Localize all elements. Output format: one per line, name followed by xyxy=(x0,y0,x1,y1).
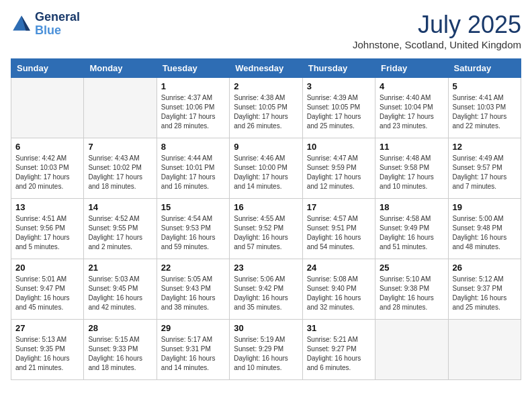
day-info: Sunrise: 5:03 AMSunset: 9:45 PMDaylight:… xyxy=(88,275,152,312)
day-info: Sunrise: 5:05 AMSunset: 9:43 PMDaylight:… xyxy=(161,275,225,312)
calendar-cell: 21Sunrise: 5:03 AMSunset: 9:45 PMDayligh… xyxy=(84,259,157,320)
calendar-cell: 1Sunrise: 4:37 AMSunset: 10:06 PMDayligh… xyxy=(157,78,229,138)
column-header-tuesday: Tuesday xyxy=(157,59,229,78)
calendar-cell: 2Sunrise: 4:38 AMSunset: 10:05 PMDayligh… xyxy=(230,78,302,138)
calendar-cell: 12Sunrise: 4:49 AMSunset: 9:57 PMDayligh… xyxy=(448,138,521,199)
day-number: 28 xyxy=(88,323,152,333)
calendar-cell: 28Sunrise: 5:15 AMSunset: 9:33 PMDayligh… xyxy=(84,320,157,380)
calendar-cell: 19Sunrise: 5:00 AMSunset: 9:48 PMDayligh… xyxy=(448,199,521,259)
calendar-cell: 5Sunrise: 4:41 AMSunset: 10:03 PMDayligh… xyxy=(448,78,521,138)
day-number: 10 xyxy=(307,142,371,152)
day-info: Sunrise: 4:39 AMSunset: 10:05 PMDaylight… xyxy=(307,93,371,131)
day-number: 9 xyxy=(234,142,298,152)
day-info: Sunrise: 4:47 AMSunset: 9:59 PMDaylight:… xyxy=(307,154,371,191)
day-info: Sunrise: 4:48 AMSunset: 9:58 PMDaylight:… xyxy=(380,154,443,191)
location: Johnstone, Scotland, United Kingdom xyxy=(353,39,521,50)
calendar-week-row: 20Sunrise: 5:01 AMSunset: 9:47 PMDayligh… xyxy=(11,259,521,320)
logo-text: General Blue xyxy=(35,11,80,38)
calendar-cell: 18Sunrise: 4:58 AMSunset: 9:49 PMDayligh… xyxy=(375,199,448,259)
day-number: 31 xyxy=(307,323,371,333)
calendar-cell: 11Sunrise: 4:48 AMSunset: 9:58 PMDayligh… xyxy=(375,138,448,199)
day-number: 13 xyxy=(15,202,79,212)
day-info: Sunrise: 5:17 AMSunset: 9:31 PMDaylight:… xyxy=(161,335,225,373)
calendar-cell: 10Sunrise: 4:47 AMSunset: 9:59 PMDayligh… xyxy=(302,138,375,199)
column-header-monday: Monday xyxy=(84,59,157,78)
day-number: 26 xyxy=(453,263,517,273)
day-number: 2 xyxy=(234,81,298,91)
calendar-cell: 7Sunrise: 4:43 AMSunset: 10:02 PMDayligh… xyxy=(84,138,157,199)
day-info: Sunrise: 5:21 AMSunset: 9:27 PMDaylight:… xyxy=(307,335,371,373)
day-info: Sunrise: 5:06 AMSunset: 9:42 PMDaylight:… xyxy=(234,275,298,312)
calendar-cell: 13Sunrise: 4:51 AMSunset: 9:56 PMDayligh… xyxy=(11,199,84,259)
day-number: 14 xyxy=(88,202,152,212)
day-number: 22 xyxy=(161,263,225,273)
day-number: 18 xyxy=(380,202,443,212)
month-year: July 2025 xyxy=(353,11,521,39)
calendar-cell: 29Sunrise: 5:17 AMSunset: 9:31 PMDayligh… xyxy=(157,320,229,380)
day-info: Sunrise: 4:44 AMSunset: 10:01 PMDaylight… xyxy=(161,154,225,191)
calendar-cell: 25Sunrise: 5:10 AMSunset: 9:38 PMDayligh… xyxy=(375,259,448,320)
day-number: 30 xyxy=(234,323,298,333)
day-number: 4 xyxy=(380,81,443,91)
day-info: Sunrise: 5:19 AMSunset: 9:29 PMDaylight:… xyxy=(234,335,298,373)
day-info: Sunrise: 4:51 AMSunset: 9:56 PMDaylight:… xyxy=(15,214,79,252)
calendar-cell: 14Sunrise: 4:52 AMSunset: 9:55 PMDayligh… xyxy=(84,199,157,259)
day-number: 5 xyxy=(453,81,517,91)
calendar-cell: 9Sunrise: 4:46 AMSunset: 10:00 PMDayligh… xyxy=(230,138,302,199)
day-info: Sunrise: 4:38 AMSunset: 10:05 PMDaylight… xyxy=(234,93,298,131)
day-number: 11 xyxy=(380,142,443,152)
calendar-cell: 3Sunrise: 4:39 AMSunset: 10:05 PMDayligh… xyxy=(302,78,375,138)
calendar-cell: 27Sunrise: 5:13 AMSunset: 9:35 PMDayligh… xyxy=(11,320,84,380)
calendar-table: SundayMondayTuesdayWednesdayThursdayFrid… xyxy=(11,58,521,380)
calendar-week-row: 6Sunrise: 4:42 AMSunset: 10:03 PMDayligh… xyxy=(11,138,521,199)
day-number: 20 xyxy=(15,263,79,273)
column-header-sunday: Sunday xyxy=(11,59,84,78)
calendar-cell: 30Sunrise: 5:19 AMSunset: 9:29 PMDayligh… xyxy=(230,320,302,380)
day-info: Sunrise: 4:49 AMSunset: 9:57 PMDaylight:… xyxy=(453,154,517,191)
day-info: Sunrise: 5:13 AMSunset: 9:35 PMDaylight:… xyxy=(15,335,79,373)
calendar-cell xyxy=(11,78,84,138)
day-number: 21 xyxy=(88,263,152,273)
day-info: Sunrise: 4:54 AMSunset: 9:53 PMDaylight:… xyxy=(161,214,225,252)
calendar-cell: 17Sunrise: 4:57 AMSunset: 9:51 PMDayligh… xyxy=(302,199,375,259)
day-info: Sunrise: 4:58 AMSunset: 9:49 PMDaylight:… xyxy=(380,214,443,252)
calendar-cell: 23Sunrise: 5:06 AMSunset: 9:42 PMDayligh… xyxy=(230,259,302,320)
day-number: 29 xyxy=(161,323,225,333)
day-info: Sunrise: 5:15 AMSunset: 9:33 PMDaylight:… xyxy=(88,335,152,373)
calendar-week-row: 13Sunrise: 4:51 AMSunset: 9:56 PMDayligh… xyxy=(11,199,521,259)
day-number: 27 xyxy=(15,323,79,333)
calendar-cell: 31Sunrise: 5:21 AMSunset: 9:27 PMDayligh… xyxy=(302,320,375,380)
day-number: 17 xyxy=(307,202,371,212)
day-number: 23 xyxy=(234,263,298,273)
day-number: 1 xyxy=(161,81,225,91)
calendar-cell: 15Sunrise: 4:54 AMSunset: 9:53 PMDayligh… xyxy=(157,199,229,259)
day-number: 16 xyxy=(234,202,298,212)
calendar-week-row: 1Sunrise: 4:37 AMSunset: 10:06 PMDayligh… xyxy=(11,78,521,138)
day-info: Sunrise: 4:41 AMSunset: 10:03 PMDaylight… xyxy=(453,93,517,131)
day-number: 6 xyxy=(15,142,79,152)
day-info: Sunrise: 5:08 AMSunset: 9:40 PMDaylight:… xyxy=(307,275,371,312)
calendar-cell: 8Sunrise: 4:44 AMSunset: 10:01 PMDayligh… xyxy=(157,138,229,199)
day-number: 7 xyxy=(88,142,152,152)
day-number: 24 xyxy=(307,263,371,273)
calendar-cell xyxy=(448,320,521,380)
calendar-cell: 4Sunrise: 4:40 AMSunset: 10:04 PMDayligh… xyxy=(375,78,448,138)
day-info: Sunrise: 4:42 AMSunset: 10:03 PMDaylight… xyxy=(15,154,79,191)
day-info: Sunrise: 4:46 AMSunset: 10:00 PMDaylight… xyxy=(234,154,298,191)
day-number: 3 xyxy=(307,81,371,91)
column-header-thursday: Thursday xyxy=(302,59,375,78)
day-info: Sunrise: 5:00 AMSunset: 9:48 PMDaylight:… xyxy=(453,214,517,252)
calendar-header-row: SundayMondayTuesdayWednesdayThursdayFrid… xyxy=(11,59,521,78)
calendar-cell: 24Sunrise: 5:08 AMSunset: 9:40 PMDayligh… xyxy=(302,259,375,320)
page-header: General Blue July 2025 Johnstone, Scotla… xyxy=(11,11,521,50)
logo: General Blue xyxy=(11,11,80,38)
column-header-wednesday: Wednesday xyxy=(230,59,302,78)
day-info: Sunrise: 5:10 AMSunset: 9:38 PMDaylight:… xyxy=(380,275,443,312)
logo-icon xyxy=(11,13,32,35)
calendar-cell xyxy=(84,78,157,138)
title-block: July 2025 Johnstone, Scotland, United Ki… xyxy=(353,11,521,50)
calendar-cell: 22Sunrise: 5:05 AMSunset: 9:43 PMDayligh… xyxy=(157,259,229,320)
column-header-saturday: Saturday xyxy=(448,59,521,78)
day-number: 12 xyxy=(453,142,517,152)
calendar-cell: 20Sunrise: 5:01 AMSunset: 9:47 PMDayligh… xyxy=(11,259,84,320)
